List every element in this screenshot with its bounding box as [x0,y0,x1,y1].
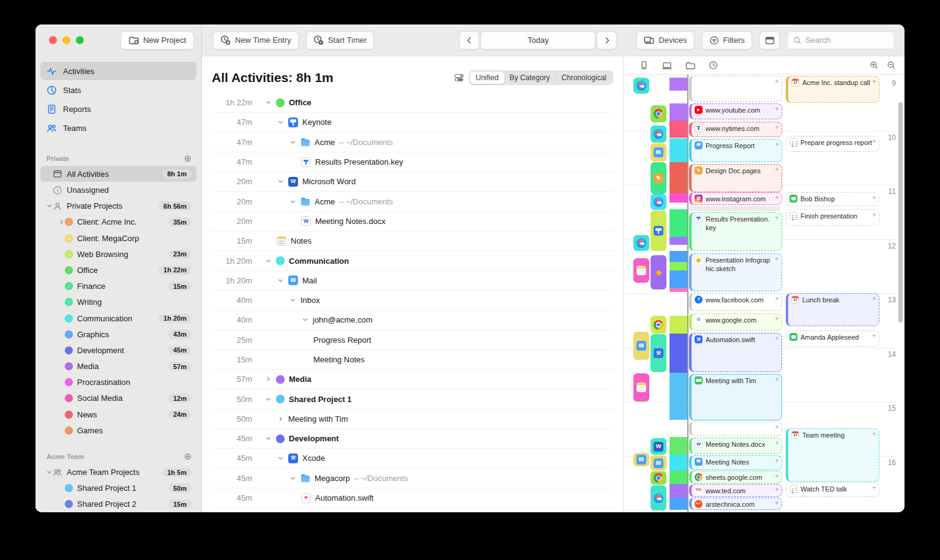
activity-row[interactable]: 20mWMeeting Notes.docx [212,212,613,231]
calendar-event[interactable]: Prepare progress report+ [786,136,879,152]
add-entry-icon[interactable]: + [775,335,779,342]
sidebar-project-row[interactable]: Private Projects6h 56m [40,198,196,214]
sidebar-project-row[interactable]: All Activities8h 1m [40,166,196,182]
add-entry-icon[interactable]: + [775,141,779,148]
new-time-entry-button[interactable]: New Time Entry [213,31,299,50]
add-entry-icon[interactable]: + [775,472,779,480]
chevron-down-icon[interactable] [289,198,296,205]
timeline-entry[interactable]: ◎www.instagram.com+ [689,192,782,205]
sidebar-item-activities[interactable]: Activities [40,62,196,80]
add-entry-icon[interactable]: + [872,78,876,85]
chevron-down-icon[interactable] [45,203,53,209]
timeline-entry[interactable]: ✉Meeting Notes+ [689,455,782,470]
sidebar-project-row[interactable]: Client: MegaCorp [40,230,196,246]
add-entry-icon[interactable]: + [775,295,779,302]
chevron-down-icon[interactable] [289,475,296,482]
activity-row[interactable]: 25mProgress Report [212,330,613,350]
calendar-event[interactable]: 17Acme Inc. standup call+ [786,76,879,103]
sidebar-item-stats[interactable]: Stats [40,81,196,99]
chevron-down-icon[interactable] [45,469,53,476]
activity-row[interactable]: 45mMegacorp– ~/Documents [212,469,613,488]
timeline-entry[interactable]: Twww.nytimes.com+ [689,122,782,137]
add-entry-icon[interactable]: + [872,332,876,340]
add-entry-icon[interactable]: + [872,484,876,491]
close-window-button[interactable] [49,36,57,44]
minimize-window-button[interactable] [62,36,70,44]
calendar-event[interactable]: ☎Amanda Appleseed+ [786,330,879,346]
chevron-down-icon[interactable] [264,99,272,106]
sidebar-item-reports[interactable]: Reports [40,100,196,118]
activity-row[interactable]: 40mInbox [212,291,613,310]
calendar-event[interactable]: Watch TED talk+ [786,482,879,497]
activity-row[interactable]: 47mAcme– ~/Documents [212,133,613,152]
timeline-entry[interactable]: Gwww.google.com+ [689,313,782,330]
sidebar-project-row[interactable]: Shared Project 150m [40,480,196,496]
activity-row[interactable]: 1h 22mOffice [212,93,613,113]
timeline-scrollbar[interactable] [898,102,903,323]
add-entry-icon[interactable]: + [872,430,876,438]
search-field[interactable] [787,31,895,50]
activity-row[interactable]: 50mShared Project 1 [212,389,613,409]
view-tab-chronological[interactable]: Chronological [556,72,612,84]
devices-button[interactable]: Devices [636,31,694,50]
sidebar-project-row[interactable]: Graphics43m [40,326,196,342]
timeline-entry[interactable]: arsarstechnica.com+ [689,498,782,510]
activity-row[interactable]: 15mMeeting Notes [212,350,613,370]
activity-row[interactable]: 1h 20mCommunication [212,251,613,271]
sidebar-item-teams[interactable]: Teams [40,119,196,137]
previous-day-button[interactable] [459,31,479,50]
calendar-event[interactable]: 17Team meeting+ [786,428,879,482]
add-entry-icon[interactable]: + [775,439,779,447]
chevron-right-icon[interactable] [277,416,284,422]
chevron-right-icon[interactable] [264,376,272,383]
timeline-entry[interactable]: WMeeting Notes.docx+ [689,438,782,454]
calendar-event[interactable]: Finish presentation+ [786,209,879,226]
chevron-down-icon[interactable] [277,119,284,125]
view-tab-by-category[interactable]: By Category [504,72,556,84]
next-day-button[interactable] [597,31,617,50]
activity-row[interactable]: 15mNotes [212,231,613,251]
sidebar-project-row[interactable]: Development45m [40,342,196,358]
chevron-down-icon[interactable] [277,277,284,284]
timeline-entry[interactable]: ✎Design Doc.pages+ [689,164,782,192]
chevron-down-icon[interactable] [277,455,284,461]
add-entry-icon[interactable]: + [775,105,779,113]
add-entry-icon[interactable]: + [775,457,779,465]
timeline-entry[interactable]: ✉Progress Report+ [689,139,782,162]
timeline-entry[interactable]: TEDwww.ted.com+ [689,484,782,497]
add-entry-icon[interactable]: + [775,315,779,323]
activity-row[interactable]: 20mWMicrosoft Word [212,172,613,192]
timeline-entry[interactable]: Meeting with Tim+ [689,374,782,420]
activity-row[interactable]: 1h 20m✉Mail [212,271,613,291]
sidebar-project-row[interactable]: Media57m [40,359,196,375]
chevron-down-icon[interactable] [264,258,272,264]
add-entry-icon[interactable]: + [775,124,779,131]
activity-row[interactable]: 45mDevelopment [212,429,613,449]
timeline-entry[interactable]: fwww.facebook.com+ [689,293,782,311]
add-entry-icon[interactable]: + [775,499,779,507]
timeline-entry[interactable]: ⚒Automation.swift+ [689,333,782,372]
add-entry-icon[interactable]: + [872,211,876,218]
chevron-down-icon[interactable] [289,297,296,304]
add-project-icon[interactable]: ⊕ [184,451,192,462]
activity-row[interactable]: 20mAcme– ~/Documents [212,192,613,211]
add-entry-icon[interactable]: + [775,194,779,201]
chevron-down-icon[interactable] [301,316,308,323]
start-timer-button[interactable]: Start Timer [306,31,375,50]
sidebar-project-row[interactable]: Social Media12m [40,390,196,406]
empty-timeline-slot[interactable]: + [689,76,782,102]
zoom-window-button[interactable] [76,36,84,44]
sidebar-project-row[interactable]: ?Unassigned [40,182,196,198]
activity-row[interactable]: 47mKeynote [212,113,613,132]
toggle-panel-button[interactable] [759,31,780,50]
search-input[interactable] [805,35,879,45]
timeline-entry[interactable]: ▶www.youtube.com+ [689,103,782,119]
add-entry-icon[interactable]: + [872,295,876,302]
activity-row[interactable]: 45m⚒Xcode [212,449,613,468]
add-entry-icon[interactable]: + [872,138,876,145]
sidebar-project-row[interactable]: Office1h 22m [40,262,196,278]
sidebar-project-row[interactable]: Games [40,422,196,438]
activity-row[interactable]: 45m✦Automation.swift [212,488,613,508]
filters-button[interactable]: Filters [702,31,752,50]
calendar-event[interactable]: 17Lunch break+ [786,293,879,326]
